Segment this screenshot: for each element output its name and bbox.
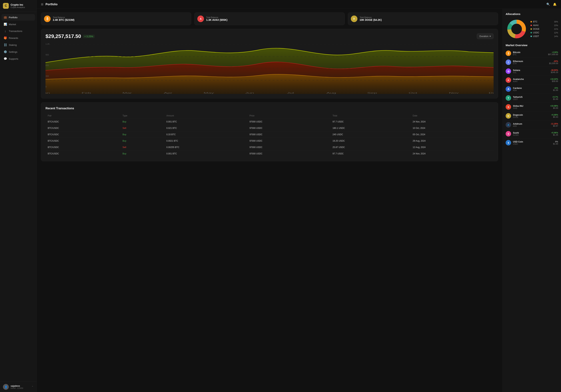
allocations-content: BTC 30% AVAX 23% DOGE 21% USDC 12% USDT …	[506, 18, 558, 40]
tx-total: 97.7 USDC	[330, 119, 410, 125]
market-info-ada: Cardano ADA	[513, 87, 551, 92]
svg-text:Oct: Oct	[409, 92, 417, 94]
balance-cards: ₿ Total Balance 2.4K BTC ($233M) A Total…	[41, 12, 498, 25]
market-icon-ada: ₳	[506, 86, 511, 92]
balance-label-btc: Total Balance	[53, 16, 74, 19]
market-price-ada: $1.00	[553, 89, 558, 91]
market-name-avax: Avalanche	[513, 78, 548, 81]
chevron-icon[interactable]: ⌃	[32, 386, 33, 388]
market-name-eth: Ethereum	[513, 60, 547, 62]
market-info-avax: Avalanche AVAX	[513, 78, 548, 83]
market-name-sol: Solana	[513, 69, 549, 72]
search-icon[interactable]: 🔍	[546, 2, 550, 6]
right-panel: Allocations	[503, 9, 561, 392]
topbar: ⊞ Portfolio 🔍 🔔	[37, 0, 561, 9]
market-right-eth: -22% $3,200.00	[549, 60, 558, 64]
market-price-avax: $30.00	[550, 80, 558, 82]
tx-type: Sell	[120, 144, 164, 151]
tx-amount: 0.001 BTC	[164, 119, 248, 125]
logo-icon: C	[3, 3, 9, 9]
tx-pair: BTC/USDC	[45, 131, 120, 138]
tx-type: Buy	[120, 131, 164, 138]
market-symbol-usdc: USDC	[513, 143, 551, 145]
market-icon-sol: ◎	[506, 68, 511, 74]
market-icon-avax: A	[506, 77, 511, 83]
market-icon-arb: A	[506, 122, 511, 128]
chart-change: + 3.25%	[83, 35, 95, 38]
chart-header: $29,257,517.50 + 3.25% Duration ▾	[45, 33, 494, 39]
market-right-arb: -11.25% $0.87	[550, 123, 558, 127]
sidebar-item-rewards[interactable]: 🎁 Rewards	[1, 35, 35, 41]
market-item-shib: S Shiba INU SHIB +33.98% $0.00	[506, 103, 558, 112]
market-name-ada: Cardano	[513, 87, 551, 89]
allocations-section: Allocations	[506, 12, 558, 40]
notification-icon[interactable]: 🔔	[553, 2, 557, 6]
chart-container: Jan Feb Mar Apr May Jun Jul Aug Sep Oct …	[45, 43, 494, 94]
tx-col-pair: Pair	[45, 113, 120, 119]
market-symbol-arb: ARB	[513, 125, 549, 127]
tx-date: 10 Oct, 2024	[410, 125, 494, 131]
balance-label-doge: Total Balance	[360, 16, 382, 19]
tx-price: 97000 USDC	[247, 151, 330, 157]
market-symbol-btc: BTC	[513, 54, 546, 56]
market-item-usdt: T TetherUS USDT +0.7% $1.00	[506, 94, 558, 103]
donut-inner	[511, 24, 522, 34]
tx-date: 29 Aug, 2024	[410, 138, 494, 144]
market-change-usdc: 0%	[553, 141, 558, 143]
sidebar-item-market[interactable]: 📊 Market	[1, 21, 35, 28]
donut-chart	[506, 18, 528, 40]
tx-total: 245 USDC	[330, 131, 410, 138]
user-address: 0x6f8f...123456	[11, 387, 23, 389]
sidebar-item-transactions[interactable]: ↕️ Transactions	[1, 28, 35, 34]
tx-amount: 0.0021 BTC	[164, 138, 248, 144]
topbar-right: 🔍 🔔	[546, 2, 557, 6]
market-right-shib: +33.98% $0.00	[550, 105, 558, 109]
market-symbol-avax: AVAX	[513, 81, 548, 83]
tx-price: 97000 USDC	[247, 119, 330, 125]
grid-icon[interactable]: ⊞	[41, 2, 43, 6]
market-right-btc: +118% $97,000.00	[548, 51, 558, 55]
sidebar-item-settings[interactable]: ⚙️ Settings	[1, 49, 35, 55]
alloc-dot-doge	[530, 28, 532, 30]
sidebar-item-portfolio[interactable]: 💼 Portfolio	[1, 14, 35, 21]
balance-value-btc: 2.4K BTC ($233M)	[53, 19, 74, 21]
market-icon-sushi: S	[506, 131, 511, 136]
balance-card-doge: D Total Balance 10K DOGE ($4.2K)	[348, 12, 498, 25]
tx-price: 97000 USDC	[247, 131, 330, 138]
market-item-btc: ₿ Bitcoin BTC +118% $97,000.00	[506, 49, 558, 58]
market-price-sol: $245.20	[550, 71, 558, 73]
market-symbol-sol: SOL	[513, 72, 549, 73]
portfolio-icon: 💼	[4, 16, 7, 19]
market-price-shib: $0.00	[550, 107, 558, 109]
tx-pair: BTC/USDC	[45, 144, 120, 151]
coin-icon-avax: A	[197, 16, 204, 22]
tx-col-date: Date	[410, 113, 494, 119]
sidebar-item-label: Supports	[9, 58, 18, 60]
alloc-pct-usdt: 14%	[554, 35, 558, 37]
market-change-arb: -11.25%	[550, 123, 558, 125]
chart-section: $29,257,517.50 + 3.25% Duration ▾	[41, 29, 498, 99]
sidebar-item-staking[interactable]: ⛓️ Staking	[1, 41, 35, 48]
tx-pair: BTC/USDC	[45, 119, 120, 125]
tx-total: 97.7 USDC	[330, 151, 410, 157]
table-row: BTC/USDC Sell 0.00255 BTC 97000 USDC 25.…	[45, 144, 494, 151]
market-symbol-shib: SHIB	[513, 107, 548, 109]
alloc-item-usdt: USDT 14%	[530, 35, 558, 38]
chart-svg: Jan Feb Mar Apr May Jun Jul Aug Sep Oct …	[45, 43, 494, 94]
market-item-arb: A Arbitrum ARB -11.25% $0.87	[506, 120, 558, 129]
tx-price: 97000 USDC	[247, 144, 330, 151]
sidebar-item-supports[interactable]: 💬 Supports	[1, 55, 35, 62]
tx-col-type: Type	[120, 113, 164, 119]
market-price-usdt: $1.00	[552, 98, 558, 100]
alloc-dot-usdt	[530, 36, 532, 37]
table-row: BTC/USDC Buy 0.33 BTC 97000 USDC 245 USD…	[45, 131, 494, 138]
coin-icon-doge: D	[351, 16, 357, 22]
duration-button[interactable]: Duration ▾	[477, 33, 494, 39]
chart-total-value: $29,257,517.50	[45, 33, 81, 39]
market-item-sol: ◎ Solana SOL -18.93% $245.20	[506, 67, 558, 76]
tx-table-head: PairTypeAmountPriceTotalDate	[45, 113, 494, 119]
market-overview-section: Market Overview ₿ Bitcoin BTC +118% $97,…	[506, 44, 558, 147]
market-right-sol: -18.93% $245.20	[550, 69, 558, 73]
tx-date: 24 Nov, 2024	[410, 119, 494, 125]
user-details: sajadevo 0x6f8f...123456	[11, 385, 23, 389]
